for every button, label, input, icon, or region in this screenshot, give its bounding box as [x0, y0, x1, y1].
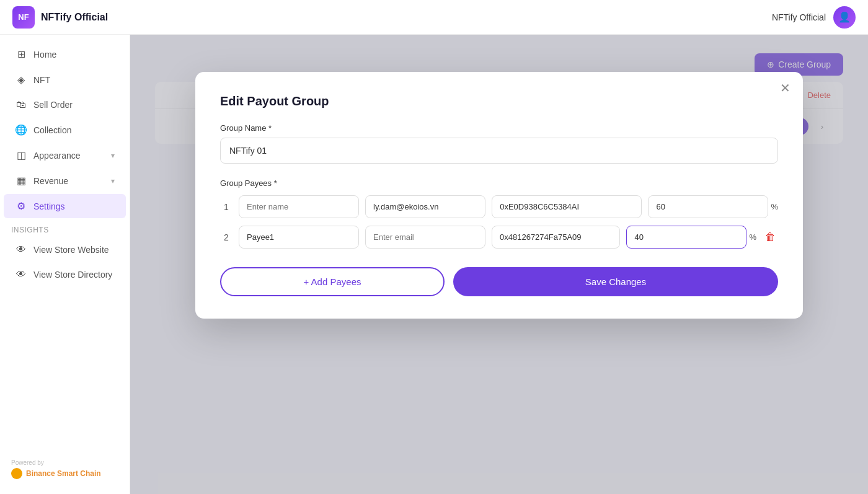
sidebar-item-home[interactable]: ⊞ Home: [4, 42, 126, 66]
sidebar-item-collection[interactable]: 🌐 Collection: [4, 118, 126, 142]
header-left: NF NFTify Official: [12, 6, 108, 29]
app-title: NFTify Official: [41, 12, 108, 23]
save-changes-button[interactable]: Save Changes: [453, 267, 778, 296]
payee-row-1: 1 %: [220, 195, 778, 218]
payee-1-name-input[interactable]: [239, 195, 359, 218]
sidebar-label-home: Home: [33, 50, 56, 60]
appearance-icon: ◫: [15, 149, 27, 161]
collection-icon: 🌐: [15, 124, 27, 136]
main-layout: ⊞ Home ◈ NFT 🛍 Sell Order 🌐 Collection ◫…: [0, 35, 868, 494]
insights-section-label: Insights: [0, 219, 130, 237]
bnb-icon: [11, 468, 22, 479]
sidebar-label-view-store: View Store Website: [33, 245, 109, 255]
sidebar-label-sell-order: Sell Order: [33, 100, 73, 110]
sidebar-footer: Powered by Binance Smart Chain: [0, 452, 130, 487]
payee-2-name-input[interactable]: [239, 226, 359, 249]
sell-order-icon: 🛍: [15, 99, 27, 110]
modal-overlay: ✕ Edit Payout Group Group Name * Group P…: [130, 35, 868, 494]
payee-2-email-input[interactable]: [365, 226, 485, 249]
chevron-down-icon: ▾: [111, 151, 115, 160]
sidebar: ⊞ Home ◈ NFT 🛍 Sell Order 🌐 Collection ◫…: [0, 35, 130, 494]
payee-1-email-input[interactable]: [365, 195, 485, 218]
sidebar-nav: ⊞ Home ◈ NFT 🛍 Sell Order 🌐 Collection ◫…: [0, 42, 130, 286]
payee-2-percent-wrap: %: [626, 226, 756, 249]
content-area: ⊕ Create Group Edit Delete ‹ 1 ›: [130, 35, 868, 494]
payee-2-wallet-input[interactable]: [492, 226, 620, 249]
revenue-icon: ▦: [15, 175, 27, 187]
header-right: NFTify Official 👤: [772, 6, 856, 29]
payees-label: Group Payees *: [220, 179, 778, 188]
payee-2-percent-input[interactable]: [626, 226, 746, 249]
header: NF NFTify Official NFTify Official 👤: [0, 0, 868, 35]
powered-by-label: Powered by: [11, 459, 118, 466]
sidebar-item-view-store[interactable]: 👁 View Store Website: [4, 238, 126, 262]
sidebar-label-revenue: Revenue: [33, 176, 68, 186]
modal-title: Edit Payout Group: [220, 94, 778, 108]
sidebar-label-nft: NFT: [33, 75, 50, 85]
payee-1-wallet-input[interactable]: [492, 195, 642, 218]
settings-icon: ⚙: [15, 200, 27, 212]
payee-num-2: 2: [220, 232, 232, 242]
percent-label-2: %: [749, 232, 756, 242]
edit-payout-group-modal: ✕ Edit Payout Group Group Name * Group P…: [195, 72, 803, 319]
sidebar-label-appearance: Appearance: [33, 151, 81, 161]
chain-label: Binance Smart Chain: [26, 469, 101, 478]
modal-close-button[interactable]: ✕: [780, 82, 790, 94]
sidebar-item-appearance[interactable]: ◫ Appearance ▾: [4, 143, 126, 167]
payee-2-delete-button[interactable]: 🗑: [763, 230, 778, 245]
nft-icon: ◈: [15, 74, 27, 86]
add-payees-button[interactable]: + Add Payees: [220, 267, 445, 296]
group-name-input[interactable]: [220, 138, 778, 164]
sidebar-item-nft[interactable]: ◈ NFT: [4, 68, 126, 92]
group-name-label: Group Name *: [220, 123, 778, 133]
sidebar-item-settings[interactable]: ⚙ Settings: [4, 194, 126, 218]
chevron-down-icon-revenue: ▾: [111, 177, 115, 185]
payee-num-1: 1: [220, 202, 232, 212]
home-icon: ⊞: [15, 48, 27, 60]
logo-icon: NF: [12, 6, 35, 29]
sidebar-item-view-dir[interactable]: 👁 View Store Directory: [4, 263, 126, 286]
payee-1-percent-input[interactable]: [648, 195, 768, 218]
eye-icon-dir: 👁: [15, 269, 27, 280]
payees-section: Group Payees * 1 % 2: [220, 179, 778, 249]
avatar[interactable]: 👤: [833, 6, 856, 29]
sidebar-item-sell-order[interactable]: 🛍 Sell Order: [4, 93, 126, 117]
sidebar-label-view-dir: View Store Directory: [33, 270, 112, 280]
sidebar-label-collection: Collection: [33, 125, 71, 135]
header-username: NFTify Official: [772, 12, 826, 22]
payee-1-percent-wrap: %: [648, 195, 778, 218]
sidebar-item-revenue[interactable]: ▦ Revenue ▾: [4, 169, 126, 193]
payee-row-2: 2 % 🗑: [220, 226, 778, 249]
sidebar-label-settings: Settings: [33, 201, 65, 211]
modal-actions: + Add Payees Save Changes: [220, 267, 778, 296]
eye-icon-store: 👁: [15, 244, 27, 255]
percent-label-1: %: [771, 202, 778, 211]
